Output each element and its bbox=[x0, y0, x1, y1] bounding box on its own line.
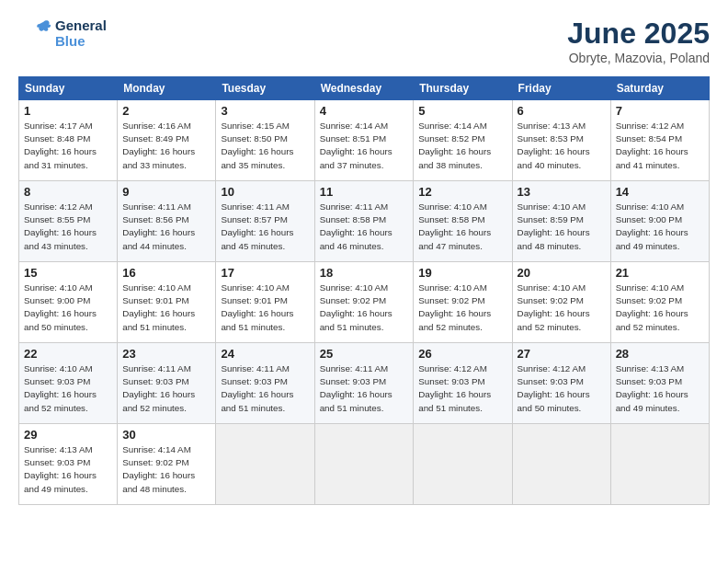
day-info: Sunrise: 4:16 AM Sunset: 8:49 PM Dayligh… bbox=[122, 120, 210, 172]
daylight-label: Daylight: 16 hours and 51 minutes. bbox=[122, 308, 195, 331]
sunrise-label: Sunrise: 4:11 AM bbox=[320, 201, 389, 212]
sunset-label: Sunset: 9:03 PM bbox=[616, 376, 682, 386]
day-number: 19 bbox=[418, 266, 506, 280]
daylight-label: Daylight: 16 hours and 52 minutes. bbox=[616, 308, 688, 331]
day-info: Sunrise: 4:11 AM Sunset: 8:57 PM Dayligh… bbox=[221, 201, 309, 253]
calendar-cell: 29 Sunrise: 4:13 AM Sunset: 9:03 PM Dayl… bbox=[19, 424, 118, 505]
col-tuesday: Tuesday bbox=[216, 77, 314, 100]
day-info: Sunrise: 4:11 AM Sunset: 9:03 PM Dayligh… bbox=[122, 362, 210, 415]
calendar-cell: 2 Sunrise: 4:16 AM Sunset: 8:49 PM Dayli… bbox=[118, 100, 216, 181]
daylight-label: Daylight: 16 hours and 52 minutes. bbox=[24, 389, 97, 412]
sunrise-label: Sunrise: 4:11 AM bbox=[320, 363, 389, 373]
daylight-label: Daylight: 16 hours and 38 minutes. bbox=[418, 146, 491, 169]
calendar-week-row-2: 8 Sunrise: 4:12 AM Sunset: 8:55 PM Dayli… bbox=[19, 181, 710, 262]
sunset-label: Sunset: 8:58 PM bbox=[320, 214, 386, 224]
calendar-cell: 9 Sunrise: 4:11 AM Sunset: 8:56 PM Dayli… bbox=[118, 181, 216, 262]
day-number: 6 bbox=[518, 104, 606, 118]
calendar-cell: 25 Sunrise: 4:11 AM Sunset: 9:03 PM Dayl… bbox=[314, 343, 414, 424]
calendar-cell bbox=[216, 424, 314, 505]
day-info: Sunrise: 4:17 AM Sunset: 8:48 PM Dayligh… bbox=[24, 120, 112, 172]
daylight-label: Daylight: 16 hours and 40 minutes. bbox=[518, 146, 590, 169]
calendar-cell bbox=[414, 424, 512, 505]
calendar-cell: 8 Sunrise: 4:12 AM Sunset: 8:55 PM Dayli… bbox=[19, 181, 118, 262]
calendar-cell: 12 Sunrise: 4:10 AM Sunset: 8:58 PM Dayl… bbox=[414, 181, 512, 262]
day-info: Sunrise: 4:15 AM Sunset: 8:50 PM Dayligh… bbox=[221, 120, 309, 172]
day-info: Sunrise: 4:10 AM Sunset: 9:01 PM Dayligh… bbox=[122, 282, 210, 334]
sunset-label: Sunset: 9:02 PM bbox=[616, 295, 682, 305]
sunrise-label: Sunrise: 4:10 AM bbox=[24, 363, 93, 373]
sunrise-label: Sunrise: 4:10 AM bbox=[320, 282, 389, 293]
sunrise-label: Sunrise: 4:12 AM bbox=[24, 201, 93, 212]
sunrise-label: Sunrise: 4:10 AM bbox=[221, 282, 290, 293]
daylight-label: Daylight: 16 hours and 51 minutes. bbox=[221, 308, 293, 331]
daylight-label: Daylight: 16 hours and 52 minutes. bbox=[418, 308, 491, 331]
calendar-cell: 1 Sunrise: 4:17 AM Sunset: 8:48 PM Dayli… bbox=[19, 100, 118, 181]
daylight-label: Daylight: 16 hours and 51 minutes. bbox=[221, 389, 293, 412]
sunset-label: Sunset: 9:01 PM bbox=[221, 295, 287, 305]
col-friday: Friday bbox=[512, 77, 610, 100]
daylight-label: Daylight: 16 hours and 46 minutes. bbox=[320, 227, 392, 250]
sunset-label: Sunset: 9:03 PM bbox=[418, 376, 484, 386]
sunrise-label: Sunrise: 4:12 AM bbox=[418, 363, 487, 373]
day-number: 12 bbox=[418, 185, 506, 199]
day-info: Sunrise: 4:14 AM Sunset: 8:52 PM Dayligh… bbox=[418, 120, 506, 172]
day-info: Sunrise: 4:10 AM Sunset: 9:01 PM Dayligh… bbox=[221, 282, 309, 334]
sunset-label: Sunset: 9:02 PM bbox=[122, 457, 188, 467]
daylight-label: Daylight: 16 hours and 51 minutes. bbox=[320, 389, 392, 412]
calendar-cell bbox=[314, 424, 414, 505]
calendar-cell: 21 Sunrise: 4:10 AM Sunset: 9:02 PM Dayl… bbox=[610, 262, 709, 343]
calendar-cell: 16 Sunrise: 4:10 AM Sunset: 9:01 PM Dayl… bbox=[118, 262, 216, 343]
calendar-week-row-3: 15 Sunrise: 4:10 AM Sunset: 9:00 PM Dayl… bbox=[19, 262, 710, 343]
calendar-header-row: Sunday Monday Tuesday Wednesday Thursday… bbox=[19, 77, 710, 100]
day-number: 25 bbox=[320, 347, 409, 361]
day-info: Sunrise: 4:10 AM Sunset: 9:00 PM Dayligh… bbox=[616, 201, 704, 253]
col-monday: Monday bbox=[118, 77, 216, 100]
daylight-label: Daylight: 16 hours and 52 minutes. bbox=[518, 308, 590, 331]
day-info: Sunrise: 4:12 AM Sunset: 9:03 PM Dayligh… bbox=[418, 362, 506, 415]
calendar-week-row-5: 29 Sunrise: 4:13 AM Sunset: 9:03 PM Dayl… bbox=[19, 424, 710, 505]
day-number: 29 bbox=[24, 428, 112, 442]
daylight-label: Daylight: 16 hours and 35 minutes. bbox=[221, 146, 293, 169]
sunrise-label: Sunrise: 4:14 AM bbox=[320, 121, 389, 131]
day-info: Sunrise: 4:10 AM Sunset: 8:58 PM Dayligh… bbox=[418, 201, 506, 253]
daylight-label: Daylight: 16 hours and 50 minutes. bbox=[24, 308, 97, 331]
day-number: 27 bbox=[518, 347, 606, 361]
calendar-cell bbox=[512, 424, 610, 505]
day-info: Sunrise: 4:14 AM Sunset: 8:51 PM Dayligh… bbox=[320, 120, 409, 172]
day-number: 15 bbox=[24, 266, 112, 280]
day-number: 26 bbox=[418, 347, 506, 361]
daylight-label: Daylight: 16 hours and 52 minutes. bbox=[122, 389, 195, 412]
daylight-label: Daylight: 16 hours and 37 minutes. bbox=[320, 146, 392, 169]
daylight-label: Daylight: 16 hours and 48 minutes. bbox=[122, 470, 195, 493]
sunset-label: Sunset: 9:01 PM bbox=[122, 295, 188, 305]
daylight-label: Daylight: 16 hours and 45 minutes. bbox=[221, 227, 293, 250]
day-number: 3 bbox=[221, 104, 309, 118]
daylight-label: Daylight: 16 hours and 47 minutes. bbox=[418, 227, 491, 250]
calendar-week-row-1: 1 Sunrise: 4:17 AM Sunset: 8:48 PM Dayli… bbox=[19, 100, 710, 181]
daylight-label: Daylight: 16 hours and 31 minutes. bbox=[24, 146, 97, 169]
day-info: Sunrise: 4:10 AM Sunset: 9:02 PM Dayligh… bbox=[518, 282, 606, 334]
sunrise-label: Sunrise: 4:10 AM bbox=[616, 201, 685, 212]
daylight-label: Daylight: 16 hours and 51 minutes. bbox=[418, 389, 491, 412]
sunset-label: Sunset: 9:00 PM bbox=[24, 295, 90, 305]
sunset-label: Sunset: 9:03 PM bbox=[122, 376, 188, 386]
day-number: 2 bbox=[122, 104, 210, 118]
location-subtitle: Obryte, Mazovia, Poland bbox=[567, 51, 710, 65]
day-number: 9 bbox=[122, 185, 210, 199]
sunrise-label: Sunrise: 4:13 AM bbox=[24, 444, 93, 454]
calendar-cell: 23 Sunrise: 4:11 AM Sunset: 9:03 PM Dayl… bbox=[118, 343, 216, 424]
title-block: June 2025 Obryte, Mazovia, Poland bbox=[567, 17, 710, 65]
day-info: Sunrise: 4:14 AM Sunset: 9:02 PM Dayligh… bbox=[122, 443, 210, 496]
day-info: Sunrise: 4:11 AM Sunset: 9:03 PM Dayligh… bbox=[320, 362, 409, 415]
day-number: 13 bbox=[518, 185, 606, 199]
calendar-cell: 17 Sunrise: 4:10 AM Sunset: 9:01 PM Dayl… bbox=[216, 262, 314, 343]
sunrise-label: Sunrise: 4:13 AM bbox=[616, 363, 685, 373]
day-number: 4 bbox=[320, 104, 409, 118]
calendar-cell: 7 Sunrise: 4:12 AM Sunset: 8:54 PM Dayli… bbox=[610, 100, 709, 181]
calendar-cell: 10 Sunrise: 4:11 AM Sunset: 8:57 PM Dayl… bbox=[216, 181, 314, 262]
day-number: 8 bbox=[24, 185, 112, 199]
sunrise-label: Sunrise: 4:10 AM bbox=[24, 282, 93, 293]
calendar-cell: 19 Sunrise: 4:10 AM Sunset: 9:02 PM Dayl… bbox=[414, 262, 512, 343]
col-wednesday: Wednesday bbox=[314, 77, 414, 100]
day-info: Sunrise: 4:11 AM Sunset: 8:58 PM Dayligh… bbox=[320, 201, 409, 253]
